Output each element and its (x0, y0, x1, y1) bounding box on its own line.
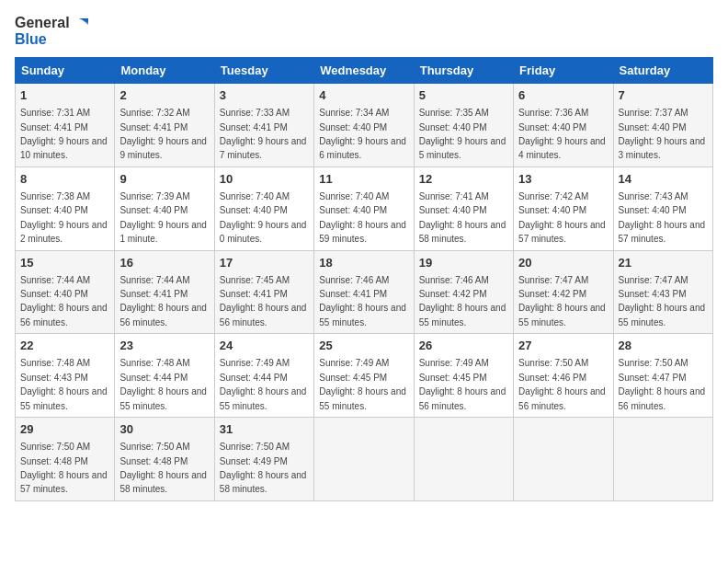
day-cell-9: 9Sunrise: 7:39 AMSunset: 4:40 PMDaylight… (115, 167, 214, 250)
day-number: 14 (619, 171, 708, 188)
logo-general: General (15, 15, 70, 31)
day-cell-6: 6Sunrise: 7:36 AMSunset: 4:40 PMDaylight… (514, 84, 613, 167)
day-info: Sunrise: 7:48 AMSunset: 4:44 PMDaylight:… (119, 358, 207, 410)
day-info: Sunrise: 7:35 AMSunset: 4:40 PMDaylight:… (419, 108, 506, 160)
day-info: Sunrise: 7:44 AMSunset: 4:41 PMDaylight:… (119, 275, 207, 327)
day-info: Sunrise: 7:44 AMSunset: 4:40 PMDaylight:… (20, 275, 108, 327)
day-number: 4 (319, 87, 408, 104)
calendar-week-row: 29Sunrise: 7:50 AMSunset: 4:48 PMDayligh… (16, 418, 713, 501)
empty-cell (514, 418, 613, 501)
day-header-tuesday: Tuesday (214, 58, 313, 84)
day-number: 19 (419, 255, 508, 271)
day-number: 13 (518, 171, 608, 188)
day-header-monday: Monday (115, 58, 214, 84)
day-cell-11: 11Sunrise: 7:40 AMSunset: 4:40 PMDayligh… (314, 167, 414, 250)
day-info: Sunrise: 7:50 AMSunset: 4:48 PMDaylight:… (119, 442, 207, 494)
day-header-wednesday: Wednesday (314, 58, 414, 84)
day-cell-16: 16Sunrise: 7:44 AMSunset: 4:41 PMDayligh… (115, 250, 214, 334)
day-cell-10: 10Sunrise: 7:40 AMSunset: 4:40 PMDayligh… (214, 167, 313, 250)
day-info: Sunrise: 7:37 AMSunset: 4:40 PMDaylight:… (619, 108, 706, 160)
day-number: 25 (319, 338, 408, 354)
day-cell-12: 12Sunrise: 7:41 AMSunset: 4:40 PMDayligh… (414, 167, 513, 250)
logo-text: General Blue (15, 15, 90, 48)
day-info: Sunrise: 7:40 AMSunset: 4:40 PMDaylight:… (319, 191, 406, 244)
day-info: Sunrise: 7:46 AMSunset: 4:41 PMDaylight:… (319, 275, 406, 327)
day-cell-8: 8Sunrise: 7:38 AMSunset: 4:40 PMDaylight… (16, 167, 115, 250)
day-cell-3: 3Sunrise: 7:33 AMSunset: 4:41 PMDaylight… (214, 84, 313, 167)
day-info: Sunrise: 7:47 AMSunset: 4:42 PMDaylight:… (518, 275, 606, 327)
day-header-sunday: Sunday (16, 58, 115, 84)
day-cell-29: 29Sunrise: 7:50 AMSunset: 4:48 PMDayligh… (16, 418, 115, 501)
calendar-table: SundayMondayTuesdayWednesdayThursdayFrid… (15, 57, 713, 501)
calendar-week-row: 1Sunrise: 7:31 AMSunset: 4:41 PMDaylight… (16, 84, 713, 167)
day-number: 17 (220, 255, 309, 271)
day-info: Sunrise: 7:32 AMSunset: 4:41 PMDaylight:… (119, 108, 207, 160)
day-number: 30 (119, 421, 209, 438)
day-cell-5: 5Sunrise: 7:35 AMSunset: 4:40 PMDaylight… (414, 84, 513, 167)
day-number: 31 (220, 421, 309, 438)
day-info: Sunrise: 7:50 AMSunset: 4:49 PMDaylight:… (220, 442, 307, 494)
day-info: Sunrise: 7:49 AMSunset: 4:45 PMDaylight:… (419, 358, 506, 410)
svg-marker-1 (83, 20, 88, 25)
day-number: 6 (518, 87, 608, 104)
day-number: 8 (20, 171, 109, 188)
day-cell-28: 28Sunrise: 7:50 AMSunset: 4:47 PMDayligh… (613, 334, 712, 418)
day-number: 9 (119, 171, 209, 188)
day-number: 29 (20, 421, 109, 438)
day-number: 26 (419, 338, 508, 354)
day-cell-4: 4Sunrise: 7:34 AMSunset: 4:40 PMDaylight… (314, 84, 414, 167)
day-info: Sunrise: 7:36 AMSunset: 4:40 PMDaylight:… (518, 108, 606, 160)
day-number: 10 (220, 171, 309, 188)
empty-cell (613, 418, 712, 501)
day-info: Sunrise: 7:40 AMSunset: 4:40 PMDaylight:… (220, 191, 307, 244)
day-info: Sunrise: 7:41 AMSunset: 4:40 PMDaylight:… (419, 191, 506, 244)
day-info: Sunrise: 7:47 AMSunset: 4:43 PMDaylight:… (619, 275, 706, 327)
day-info: Sunrise: 7:42 AMSunset: 4:40 PMDaylight:… (518, 191, 606, 244)
day-number: 15 (20, 255, 109, 271)
day-cell-7: 7Sunrise: 7:37 AMSunset: 4:40 PMDaylight… (613, 84, 712, 167)
day-info: Sunrise: 7:49 AMSunset: 4:45 PMDaylight:… (319, 358, 406, 410)
day-number: 27 (518, 338, 608, 354)
day-number: 24 (220, 338, 309, 354)
day-cell-31: 31Sunrise: 7:50 AMSunset: 4:49 PMDayligh… (214, 418, 313, 501)
day-number: 28 (619, 338, 708, 354)
day-cell-13: 13Sunrise: 7:42 AMSunset: 4:40 PMDayligh… (514, 167, 613, 250)
empty-cell (414, 418, 513, 501)
header-row: SundayMondayTuesdayWednesdayThursdayFrid… (16, 58, 713, 84)
day-info: Sunrise: 7:48 AMSunset: 4:43 PMDaylight:… (20, 358, 108, 410)
day-number: 11 (319, 171, 408, 188)
day-header-thursday: Thursday (414, 58, 513, 84)
day-number: 12 (419, 171, 508, 188)
day-number: 18 (319, 255, 408, 271)
day-cell-21: 21Sunrise: 7:47 AMSunset: 4:43 PMDayligh… (613, 250, 712, 334)
day-info: Sunrise: 7:33 AMSunset: 4:41 PMDaylight:… (220, 108, 307, 160)
day-cell-26: 26Sunrise: 7:49 AMSunset: 4:45 PMDayligh… (414, 334, 513, 418)
day-number: 23 (119, 338, 209, 354)
day-info: Sunrise: 7:43 AMSunset: 4:40 PMDaylight:… (619, 191, 706, 244)
day-info: Sunrise: 7:38 AMSunset: 4:40 PMDaylight:… (20, 191, 108, 244)
day-info: Sunrise: 7:50 AMSunset: 4:47 PMDaylight:… (619, 358, 706, 410)
day-cell-14: 14Sunrise: 7:43 AMSunset: 4:40 PMDayligh… (613, 167, 712, 250)
day-info: Sunrise: 7:49 AMSunset: 4:44 PMDaylight:… (220, 358, 307, 410)
day-info: Sunrise: 7:50 AMSunset: 4:46 PMDaylight:… (518, 358, 606, 410)
day-cell-24: 24Sunrise: 7:49 AMSunset: 4:44 PMDayligh… (214, 334, 313, 418)
day-cell-17: 17Sunrise: 7:45 AMSunset: 4:41 PMDayligh… (214, 250, 313, 334)
day-info: Sunrise: 7:39 AMSunset: 4:40 PMDaylight:… (119, 191, 207, 244)
day-cell-27: 27Sunrise: 7:50 AMSunset: 4:46 PMDayligh… (514, 334, 613, 418)
day-number: 21 (619, 255, 708, 271)
logo: General Blue (15, 15, 90, 48)
day-number: 16 (119, 255, 209, 271)
day-info: Sunrise: 7:46 AMSunset: 4:42 PMDaylight:… (419, 275, 506, 327)
calendar-week-row: 22Sunrise: 7:48 AMSunset: 4:43 PMDayligh… (16, 334, 713, 418)
day-number: 3 (220, 87, 309, 104)
day-cell-30: 30Sunrise: 7:50 AMSunset: 4:48 PMDayligh… (115, 418, 214, 501)
day-number: 2 (119, 87, 209, 104)
day-cell-25: 25Sunrise: 7:49 AMSunset: 4:45 PMDayligh… (314, 334, 414, 418)
day-number: 5 (419, 87, 508, 104)
day-number: 22 (20, 338, 109, 354)
day-number: 1 (20, 87, 109, 104)
day-info: Sunrise: 7:34 AMSunset: 4:40 PMDaylight:… (319, 108, 406, 160)
day-cell-18: 18Sunrise: 7:46 AMSunset: 4:41 PMDayligh… (314, 250, 414, 334)
day-cell-22: 22Sunrise: 7:48 AMSunset: 4:43 PMDayligh… (16, 334, 115, 418)
day-cell-2: 2Sunrise: 7:32 AMSunset: 4:41 PMDaylight… (115, 84, 214, 167)
